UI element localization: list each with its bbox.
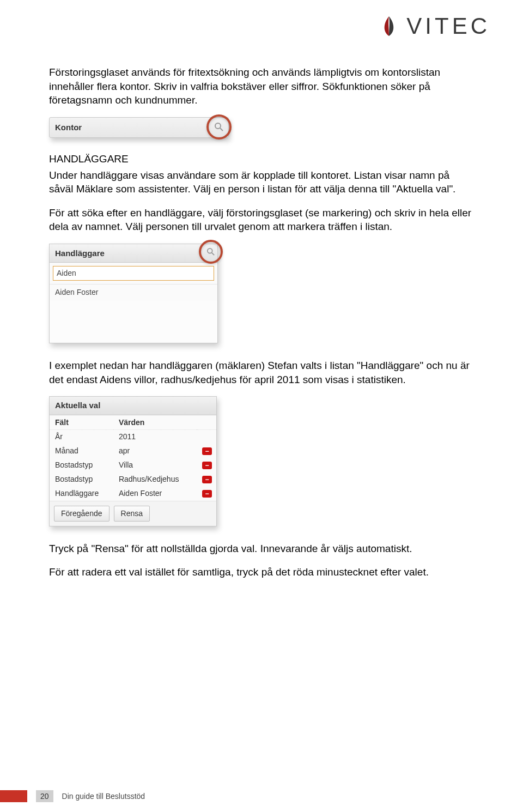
search-input-value: Aiden <box>57 268 76 278</box>
paragraph: För att radera ett val istället för samt… <box>49 565 474 579</box>
leaf-icon <box>377 14 401 38</box>
table-cell-value: Villa <box>113 458 197 472</box>
footer-red-bar <box>0 790 27 802</box>
paragraph: Under handläggare visas användare som är… <box>49 168 474 196</box>
table-cell-field: Månad <box>50 444 113 458</box>
kontor-label: Kontor <box>50 118 87 137</box>
table-row: BostadstypRadhus/Kedjehus− <box>50 472 216 487</box>
page-number: 20 <box>36 790 53 802</box>
table-header-field: Fält <box>50 415 113 430</box>
footer-title: Din guide till Beslutsstöd <box>62 792 145 801</box>
minus-icon[interactable]: − <box>202 476 212 483</box>
table-cell-remove[interactable]: − <box>197 444 216 458</box>
search-icon <box>206 247 215 256</box>
handlaggare-search-input[interactable]: Aiden <box>53 266 214 281</box>
table-cell-value: apr <box>113 444 197 458</box>
search-icon <box>214 122 224 132</box>
paragraph: I exemplet nedan har handläggaren (mäkla… <box>49 359 474 386</box>
prev-button[interactable]: Föregående <box>54 506 110 522</box>
paragraph: Förstoringsglaset används för fritextsök… <box>49 65 474 107</box>
table-row: Månadapr− <box>50 444 216 458</box>
handlaggare-panel: Handläggare Aiden Aiden Foster <box>49 244 218 343</box>
table-cell-remove[interactable]: − <box>197 458 216 472</box>
minus-icon[interactable]: − <box>202 490 212 498</box>
table-cell-value: Aiden Foster <box>113 487 197 501</box>
table-row: HandläggareAiden Foster− <box>50 487 216 501</box>
page-footer: 20 Din guide till Beslutsstöd <box>0 790 145 802</box>
table-cell-remove[interactable]: − <box>197 487 216 501</box>
minus-icon[interactable]: − <box>202 462 212 469</box>
table-cell-field: Bostadstyp <box>50 458 113 472</box>
search-result-row[interactable]: Aiden Foster <box>50 284 217 300</box>
aktuella-val-table: Fält Värden År2011Månadapr−BostadstypVil… <box>50 415 216 501</box>
svg-point-2 <box>208 249 212 253</box>
empty-space <box>50 300 217 343</box>
table-cell-value: 2011 <box>113 430 197 444</box>
brand-name: VITEC <box>406 13 490 39</box>
brand-logo: VITEC <box>377 13 490 39</box>
aktuella-val-title: Aktuella val <box>50 397 216 415</box>
svg-line-3 <box>212 253 214 255</box>
minus-icon[interactable]: − <box>202 447 212 455</box>
magnify-highlight-circle <box>206 114 232 140</box>
table-header-value: Värden <box>113 415 197 430</box>
table-cell-field: Handläggare <box>50 487 113 501</box>
table-cell-field: Bostadstyp <box>50 472 113 487</box>
svg-point-0 <box>215 123 221 129</box>
table-row: År2011 <box>50 430 216 444</box>
section-heading-handlaggare: HANDLÄGGARE <box>49 152 474 166</box>
table-cell-value: Radhus/Kedjehus <box>113 472 197 487</box>
aktuella-button-row: Föregående Rensa <box>50 501 216 526</box>
paragraph: För att söka efter en handläggare, välj … <box>49 206 474 234</box>
clear-button[interactable]: Rensa <box>114 506 150 522</box>
table-cell-field: År <box>50 430 113 444</box>
svg-line-1 <box>220 128 223 131</box>
paragraph: Tryck på "Rensa" för att nollställda gjo… <box>49 542 474 556</box>
table-cell-remove <box>197 430 216 444</box>
handlaggare-panel-header: Handläggare <box>50 244 217 263</box>
aktuella-val-panel: Aktuella val Fält Värden År2011Månadapr−… <box>49 396 217 526</box>
handlaggare-panel-title: Handläggare <box>55 248 105 259</box>
magnify-highlight-circle <box>199 240 223 264</box>
kontor-search-bar: Kontor <box>49 117 229 138</box>
document-body: Förstoringsglaset används för fritextsök… <box>49 11 474 579</box>
page-container: VITEC Förstoringsglaset används för frit… <box>0 0 523 812</box>
table-row: BostadstypVilla− <box>50 458 216 472</box>
table-cell-remove[interactable]: − <box>197 472 216 487</box>
